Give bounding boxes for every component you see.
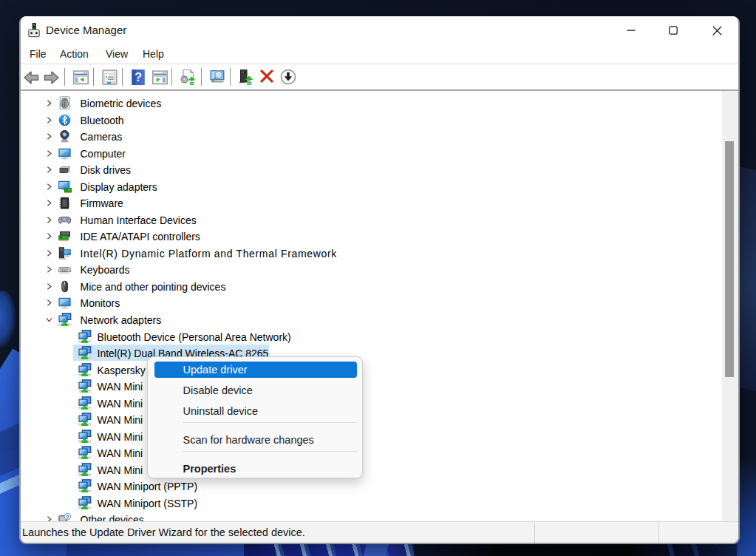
svg-text:?: ?	[134, 70, 142, 84]
